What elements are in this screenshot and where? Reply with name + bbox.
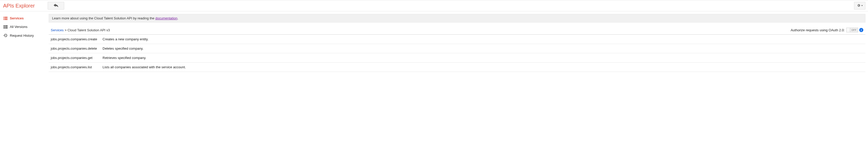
method-name-link[interactable]: jobs.projects.companies.delete	[51, 46, 102, 50]
method-description: Deletes specified company.	[102, 46, 863, 50]
sidebar-item-all-versions[interactable]: All Versions	[0, 23, 47, 31]
toggle-state-text: OFF	[850, 29, 858, 31]
sidebar-item-label: All Versions	[10, 25, 27, 29]
method-row: jobs.projects.companies.create Creates a…	[49, 35, 865, 44]
sidebar-item-request-history[interactable]: Request History	[0, 31, 47, 40]
breadcrumb-root-link[interactable]: Services	[51, 28, 64, 32]
oauth-label: Authorize requests using OAuth 2.0:	[790, 28, 845, 32]
info-text-prefix: Learn more about using the Cloud Talent …	[52, 16, 155, 20]
method-table: jobs.projects.companies.create Creates a…	[49, 35, 865, 72]
toggle-knob	[846, 28, 850, 32]
breadcrumb-sep: >	[64, 28, 68, 32]
method-name-link[interactable]: jobs.projects.companies.create	[51, 37, 102, 41]
method-row: jobs.projects.companies.list Lists all c…	[49, 63, 865, 72]
header-bar: APIs Explorer	[0, 0, 868, 11]
sidebar: Services All Versions Request History	[0, 11, 47, 72]
breadcrumb-current: Cloud Talent Solution API v3	[68, 28, 110, 32]
oauth-toggle[interactable]: OFF	[846, 28, 858, 32]
main-content: Learn more about using the Cloud Talent …	[47, 11, 868, 72]
list-icon	[3, 17, 8, 20]
app-title: APIs Explorer	[2, 3, 46, 9]
documentation-link[interactable]: documentation	[155, 16, 177, 20]
method-name-link[interactable]: jobs.projects.companies.list	[51, 65, 102, 69]
info-text-suffix: .	[177, 16, 178, 20]
settings-button[interactable]	[854, 2, 865, 9]
breadcrumb: Services > Cloud Talent Solution API v3	[51, 28, 110, 32]
history-icon	[3, 33, 8, 38]
info-bar: Learn more about using the Cloud Talent …	[49, 14, 865, 23]
method-description: Lists all companies associated with the …	[102, 65, 863, 69]
sidebar-item-label: Services	[10, 16, 24, 20]
method-name-link[interactable]: jobs.projects.companies.get	[51, 56, 102, 60]
back-button[interactable]	[48, 2, 64, 9]
method-description: Creates a new company entity.	[102, 37, 863, 41]
method-description: Retrieves specified company.	[102, 56, 863, 60]
breadcrumb-row: Services > Cloud Talent Solution API v3 …	[49, 23, 865, 35]
method-row: jobs.projects.companies.get Retrieves sp…	[49, 53, 865, 63]
chevron-down-icon	[861, 5, 863, 6]
info-icon[interactable]: i	[859, 28, 863, 32]
sidebar-item-services[interactable]: Services	[0, 14, 47, 23]
method-row: jobs.projects.companies.delete Deletes s…	[49, 44, 865, 53]
reply-arrow-icon	[54, 4, 58, 8]
grid-icon	[3, 25, 8, 29]
gear-icon	[857, 4, 861, 8]
sidebar-item-label: Request History	[10, 34, 34, 38]
